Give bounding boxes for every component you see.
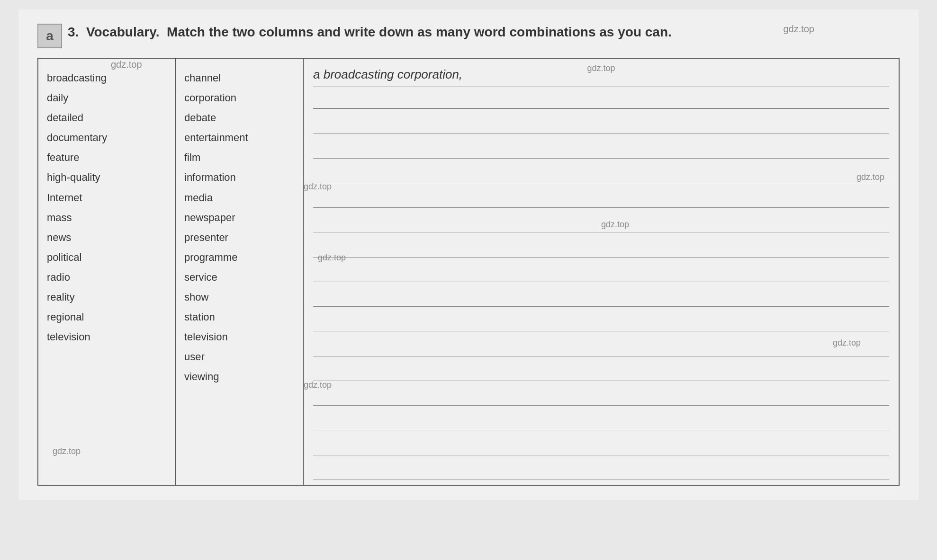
page: gdz.top gdz.top a 3. Vocabulary. Match t… [18,9,919,500]
writing-line-14[interactable] [313,409,889,430]
col1-word-13: regional [47,307,167,327]
col2-word-1: channel [184,68,295,88]
watermark-col3-right2: gdz.top [833,338,861,348]
writing-line-16[interactable] [313,458,889,480]
col2-word-13: station [184,307,295,327]
col1-word-6: high-quality [47,168,167,187]
watermark-col3-right1: gdz.top [856,172,884,182]
col2-word-5: film [184,148,295,168]
example-text: a broadcasting corporation, [313,63,462,84]
exercise-table: broadcasting daily detailed documentary … [37,58,900,486]
column-2-nouns: gdz.top channel corporation debate enter… [176,59,304,485]
col2-word-15: user [184,347,295,367]
col2-word-10: programme [184,248,295,267]
col2-word-7: media [184,188,295,208]
writing-line-2[interactable] [313,112,889,133]
col2-word-12: show [184,287,295,307]
writing-line-5[interactable] [313,186,889,208]
col1-word-11: radio [47,267,167,287]
col2-word-2: corporation [184,88,295,108]
watermark-top-right: gdz.top [783,24,814,35]
writing-line-8[interactable] [313,260,889,282]
task-icon: a [37,24,62,48]
column-3-writing: gdz.top a broadcasting corporation, gdz.… [304,59,899,485]
writing-line-9[interactable] [313,285,889,307]
title-block: 3. Vocabulary. Match the two columns and… [68,24,900,41]
writing-line-3[interactable] [313,137,889,159]
col1-word-1: broadcasting [47,68,167,88]
col1-word-10: political [47,248,167,267]
watermark-col1-bottom: gdz.top [53,446,81,456]
writing-line-12[interactable] [313,359,889,381]
task-title: 3. Vocabulary. Match the two columns and… [68,25,672,39]
col2-word-8: newspaper [184,208,295,228]
col1-word-8: mass [47,208,167,228]
watermark-col3-middle: gdz.top [601,220,629,230]
col2-word-16: viewing [184,367,295,387]
writing-line-7[interactable] [313,236,889,258]
task-header: a 3. Vocabulary. Match the two columns a… [37,24,900,48]
writing-line-11[interactable] [313,335,889,356]
watermark-col3-top: gdz.top [587,63,615,73]
col1-word-3: detailed [47,108,167,128]
col1-word-5: feature [47,148,167,168]
writing-line-10[interactable] [313,310,889,331]
col1-word-7: Internet [47,188,167,208]
col1-word-12: reality [47,287,167,307]
writing-lines-container [313,87,889,480]
col1-word-2: daily [47,88,167,108]
col2-word-11: service [184,267,295,287]
writing-line-15[interactable] [313,434,889,455]
col2-word-6: information [184,168,295,187]
col2-word-14: television [184,327,295,347]
column-1-adjectives: broadcasting daily detailed documentary … [38,59,176,485]
col1-word-4: documentary [47,128,167,148]
col1-word-14: television [47,327,167,347]
writing-line-4[interactable] [313,161,889,183]
writing-line-1[interactable] [313,87,889,109]
writing-line-13[interactable] [313,384,889,406]
col2-word-3: debate [184,108,295,128]
col2-word-9: presenter [184,228,295,248]
table-inner: broadcasting daily detailed documentary … [38,59,899,485]
col2-word-4: entertainment [184,128,295,148]
col1-word-9: news [47,228,167,248]
watermark-col3-left-mid: gdz.top [318,253,346,263]
